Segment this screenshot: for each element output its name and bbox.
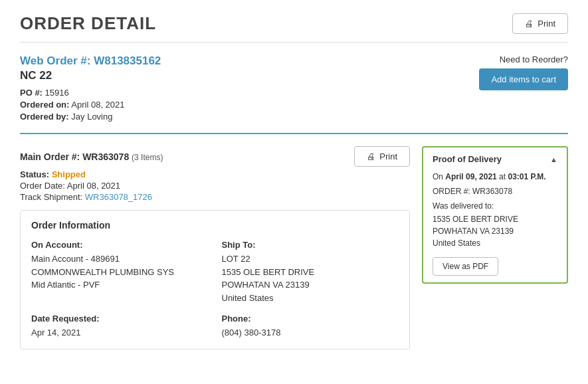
phone-col: Phone: (804) 380-3178 (222, 314, 399, 339)
ship-line2: 1535 OLE BERT DRIVE (222, 267, 315, 277)
ship-line4: United States (222, 293, 274, 303)
ship-to-col: Ship To: LOT 22 1535 OLE BERT DRIVE POWH… (222, 240, 399, 304)
ship-line1: LOT 22 (222, 254, 250, 264)
web-order-number: Web Order #: W813835162 (20, 54, 161, 68)
order-meta: PO #: 15916 Ordered on: April 08, 2021 O… (20, 88, 161, 122)
pod-order-ref-value: WR363078 (472, 187, 512, 196)
pod-header: Proof of Delivery ▲ (433, 154, 557, 164)
order-info-box: Order Information On Account: Main Accou… (20, 210, 410, 349)
pod-date: On April 09, 2021 at 03:01 P.M. (433, 171, 557, 183)
reorder-label: Need to Reorder? (479, 54, 568, 64)
phone-label: Phone: (222, 314, 399, 324)
order-date-label: Order Date: (20, 181, 65, 191)
pod-address-line2: POWHATAN VA 23139 (433, 227, 514, 236)
account-line2: COMMONWEALTH PLUMBING SYS (31, 267, 174, 277)
main-order-container: Main Order #: WR363078 (3 Items) Print S… (20, 146, 568, 349)
phone-value: (804) 380-3178 (222, 326, 399, 339)
ordered-by-label: Ordered by: (20, 112, 69, 122)
status-row: Status: Shipped (20, 169, 410, 179)
pod-address-line3: United States (433, 239, 480, 248)
main-order-header: Main Order #: WR363078 (3 Items) Print (20, 146, 410, 167)
order-date-value: April 08, 2021 (67, 181, 120, 191)
order-date-row: Order Date: April 08, 2021 (20, 181, 410, 191)
po-number-row: PO #: 15916 (20, 88, 161, 98)
order-left: Web Order #: W813835162 NC 22 PO #: 1591… (20, 54, 161, 124)
date-requested-col: Date Requested: Apr 14, 2021 (31, 314, 209, 339)
print-button-order[interactable]: Print (354, 146, 410, 167)
view-pdf-button[interactable]: View as PDF (433, 257, 498, 276)
print-order-label: Print (379, 151, 397, 161)
page-title: ORDER DETAIL (20, 13, 156, 34)
ordered-on-row: Ordered on: April 08, 2021 (20, 100, 161, 110)
print-icon-order (367, 151, 375, 161)
main-order-number: WR363078 (82, 151, 129, 162)
web-order-label: Web Order #: (20, 54, 90, 67)
track-label: Track Shipment: (20, 192, 82, 202)
page-header: ORDER DETAIL Print (20, 13, 568, 43)
order-right: Need to Reorder? Add items to cart (479, 54, 568, 90)
status-label: Status: (20, 169, 49, 179)
pod-time-value: 03:01 P.M. (508, 172, 545, 181)
date-requested-label: Date Requested: (31, 314, 209, 324)
pod-title: Proof of Delivery (433, 154, 502, 164)
ordered-by-row: Ordered by: Jay Loving (20, 112, 161, 122)
add-to-cart-button[interactable]: Add items to cart (479, 68, 568, 90)
on-account-label: On Account: (31, 240, 209, 250)
date-requested-value: Apr 14, 2021 (31, 326, 209, 339)
on-account-value: Main Account - 489691 COMMONWEALTH PLUMB… (31, 252, 209, 292)
ordered-by-value: Jay Loving (71, 112, 112, 122)
order-name: NC 22 (20, 69, 161, 82)
pod-date-value: April 09, 2021 (445, 172, 496, 181)
main-order-label: Main Order #: (20, 151, 80, 162)
main-order-title: Main Order #: WR363078 (3 Items) (20, 151, 163, 162)
account-line1: Main Account - 489691 (31, 254, 120, 264)
pod-address: 1535 OLE BERT DRIVE POWHATAN VA 23139 Un… (433, 213, 557, 249)
print-icon (525, 19, 534, 29)
proof-of-delivery-panel: Proof of Delivery ▲ On April 09, 2021 at… (422, 146, 568, 284)
account-line3: Mid Atlantic - PVF (31, 280, 100, 290)
ship-to-value: LOT 22 1535 OLE BERT DRIVE POWHATAN VA 2… (222, 252, 399, 304)
status-value: Shipped (52, 169, 86, 179)
web-order-value: W813835162 (94, 54, 161, 67)
chevron-up-icon: ▲ (550, 155, 557, 163)
on-account-col: On Account: Main Account - 489691 COMMON… (31, 240, 209, 304)
po-label: PO #: (20, 88, 43, 98)
track-row: Track Shipment: WR363078_1726 (20, 192, 410, 202)
order-info-title: Order Information (31, 220, 399, 231)
section-divider (20, 133, 568, 134)
main-order-item-count: (3 Items) (132, 153, 163, 162)
print-button-header[interactable]: Print (512, 13, 568, 34)
pod-time-prefix: at (499, 172, 506, 181)
track-link[interactable]: WR363078_1726 (85, 192, 152, 202)
order-info-grid: On Account: Main Account - 489691 COMMON… (31, 240, 399, 339)
ordered-on-value: April 08, 2021 (71, 100, 124, 110)
po-value: 15916 (45, 88, 69, 98)
print-button-label: Print (538, 19, 555, 29)
pod-delivery-label: Was delivered to: (433, 201, 557, 211)
ordered-on-label: Ordered on: (20, 100, 69, 110)
pod-address-line1: 1535 OLE BERT DRIVE (433, 215, 518, 224)
pod-order-ref: ORDER #: WR363078 (433, 187, 557, 196)
pod-date-prefix: On (433, 172, 443, 181)
order-summary-section: Web Order #: W813835162 NC 22 PO #: 1591… (20, 54, 568, 124)
pod-order-ref-label: ORDER #: (433, 187, 470, 196)
ship-to-label: Ship To: (222, 240, 399, 250)
ship-line3: POWHATAN VA 23139 (222, 280, 310, 290)
main-order-left: Main Order #: WR363078 (3 Items) Print S… (20, 146, 410, 349)
